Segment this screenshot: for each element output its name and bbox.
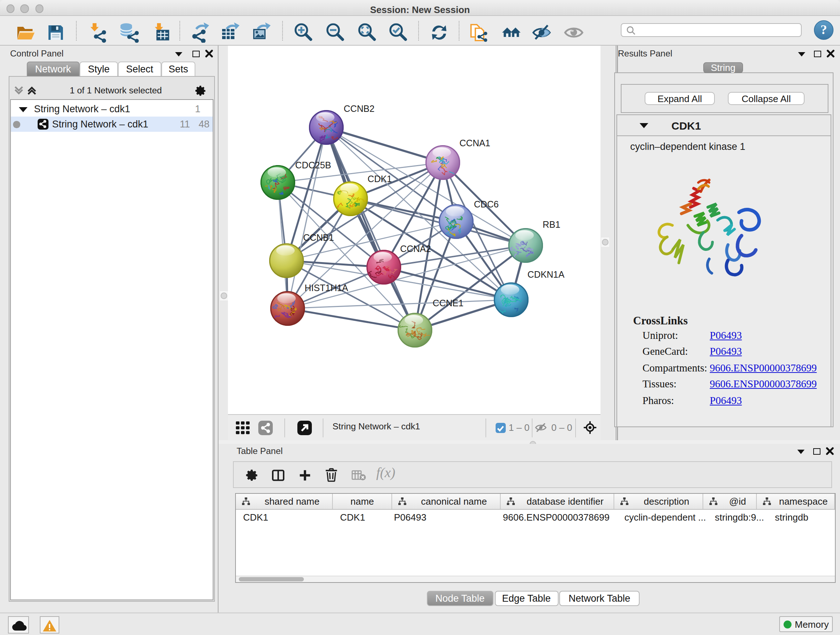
svg-text:RB1: RB1 [543, 219, 561, 230]
svg-text:CCNE1: CCNE1 [433, 298, 463, 308]
svg-text:CCNA2: CCNA2 [400, 244, 431, 254]
svg-text:CDKN1A: CDKN1A [527, 269, 564, 279]
svg-text:CDC6: CDC6 [474, 199, 499, 209]
svg-text:CCNB2: CCNB2 [344, 103, 374, 114]
svg-text:CDC25B: CDC25B [295, 160, 331, 170]
svg-text:CCNB1: CCNB1 [303, 233, 334, 242]
svg-text:CCNA1: CCNA1 [459, 138, 490, 148]
svg-text:HIST1H1A: HIST1H1A [305, 283, 348, 293]
svg-text:CDK1: CDK1 [368, 174, 392, 184]
